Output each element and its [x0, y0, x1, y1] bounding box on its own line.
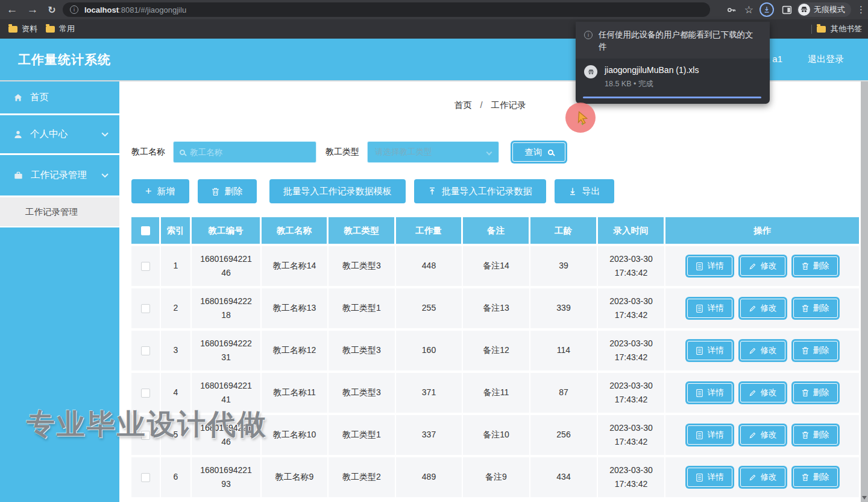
incognito-label: 无痕模式 [814, 4, 845, 15]
cell-staff-name: 教工名称14 [262, 246, 329, 286]
row-edit-button[interactable]: 修改 [740, 341, 785, 360]
row-checkbox[interactable] [141, 346, 150, 355]
cell-workload: 371 [396, 373, 463, 413]
cell-index: 2 [161, 288, 192, 328]
sidebar-item-personal-center[interactable]: 个人中心 [0, 115, 119, 155]
import-data-button[interactable]: 批量导入工作记录数据 [414, 179, 546, 203]
staff-name-label: 教工名称 [131, 147, 165, 157]
trash-icon [802, 389, 809, 397]
forward-icon[interactable]: → [24, 0, 41, 19]
side-panel-icon[interactable] [782, 2, 792, 17]
row-edit-button[interactable]: 修改 [740, 383, 785, 402]
row-detail-button[interactable]: 详情 [687, 341, 732, 360]
pencil-icon [749, 305, 756, 313]
row-edit-button[interactable]: 修改 [740, 256, 785, 276]
row-detail-button[interactable]: 详情 [687, 468, 732, 487]
watermark-text: 专业毕业设计代做 [27, 405, 268, 443]
row-delete-button[interactable]: 删除 [793, 299, 838, 318]
row-detail-button[interactable]: 详情 [687, 425, 732, 445]
url-text: localhost:8081/#/jiaogongjilu [84, 5, 186, 14]
bookmark-folder-changyong[interactable]: 常用 [46, 24, 75, 34]
staff-name-input[interactable] [190, 148, 310, 157]
chevron-down-icon [101, 171, 108, 177]
cell-index: 3 [161, 331, 192, 370]
download-icon [568, 187, 577, 195]
download-info-row: i 任何使用此设备的用户都能看到已下载的文件 [576, 22, 770, 59]
cell-staff-type: 教工类型3 [329, 373, 396, 413]
data-table: 索引 教工编号 教工名称 教工类型 工作量 备注 工龄 录入时间 操作 1168… [131, 217, 859, 497]
row-detail-button[interactable]: 详情 [687, 299, 732, 318]
screen: ← → ↻ i localhost:8081/#/jiaogongjilu ☆ … [0, 0, 868, 502]
col-header-index: 索引 [161, 217, 192, 244]
cell-staff-type: 教工类型3 [329, 331, 396, 370]
row-delete-button[interactable]: 删除 [793, 425, 838, 445]
downloads-icon[interactable] [760, 2, 774, 17]
document-icon [696, 304, 703, 313]
cell-seniority: 434 [530, 457, 598, 497]
row-edit-button[interactable]: 修改 [740, 425, 785, 445]
document-icon [696, 431, 703, 440]
download-file-row[interactable]: jiaogongjiluMuBan (1).xls 18.5 KB • 完成 [576, 59, 770, 89]
cell-remark: 备注14 [463, 246, 530, 286]
select-all-checkbox[interactable] [141, 226, 150, 235]
row-checkbox[interactable] [141, 473, 150, 482]
page-info-icon[interactable]: i [70, 5, 78, 14]
row-delete-button[interactable]: 删除 [793, 341, 838, 360]
import-template-button[interactable]: 批量导入工作记录数据模板 [269, 179, 406, 203]
row-detail-button[interactable]: 详情 [687, 256, 732, 276]
breadcrumb-current: 工作记录 [491, 100, 526, 110]
back-icon[interactable]: ← [4, 0, 20, 19]
bookmark-star-icon[interactable]: ☆ [744, 2, 753, 17]
delete-button[interactable]: 删除 [198, 179, 257, 203]
row-detail-button[interactable]: 详情 [687, 383, 732, 402]
staff-type-select[interactable]: 请选择教工类型 [367, 141, 499, 163]
other-bookmarks[interactable]: 其他书签 [811, 19, 862, 39]
cell-entry-time: 2023-03-30 17:43:42 [598, 246, 665, 286]
breadcrumb-home[interactable]: 首页 [454, 100, 471, 110]
sidebar-item-work-record-mgmt[interactable]: 工作记录管理 [0, 155, 119, 197]
cell-operations: 详情修改删除 [665, 415, 859, 455]
trash-icon [802, 262, 809, 270]
row-delete-button[interactable]: 删除 [793, 383, 838, 402]
scroll-down-arrow-icon[interactable] [862, 496, 867, 500]
page-scrollbar[interactable] [861, 81, 868, 502]
mouse-cursor-icon [574, 110, 590, 126]
row-checkbox[interactable] [141, 304, 150, 313]
address-bar[interactable]: i localhost:8081/#/jiaogongjilu [63, 2, 710, 17]
cell-entry-time: 2023-03-30 17:43:42 [598, 373, 665, 413]
cell-remark: 备注10 [463, 415, 530, 455]
bookmark-folder-ziliao[interactable]: 资料 [8, 24, 37, 34]
table-header-row: 索引 教工编号 教工名称 教工类型 工作量 备注 工龄 录入时间 操作 [131, 217, 859, 244]
cell-workload: 255 [396, 288, 463, 328]
cell-staff-type: 教工类型1 [329, 288, 396, 328]
cell-entry-time: 2023-03-30 17:43:42 [598, 331, 665, 370]
incognito-badge: 无痕模式 [797, 2, 851, 17]
incognito-icon [798, 4, 810, 16]
col-header-staff-no: 教工编号 [192, 217, 262, 244]
row-checkbox[interactable] [141, 262, 150, 271]
cell-index: 1 [161, 246, 192, 286]
cell-staff-no: 1680169422146 [192, 246, 262, 286]
pencil-icon [749, 474, 756, 481]
search-button[interactable]: 查询 [512, 142, 565, 162]
add-button[interactable]: + 新增 [131, 179, 189, 203]
sidebar-subitem-work-record-mgmt[interactable]: 工作记录管理 [0, 197, 119, 227]
row-delete-button[interactable]: 删除 [793, 468, 838, 487]
document-icon [696, 389, 703, 398]
search-icon [548, 150, 553, 155]
row-delete-button[interactable]: 删除 [793, 256, 838, 276]
row-edit-button[interactable]: 修改 [740, 468, 785, 487]
key-icon[interactable] [726, 2, 737, 17]
action-button-row: + 新增 删除 批量导入工作记录数据模板 批量导入工作记录数据 导出 [131, 179, 614, 203]
cell-seniority: 87 [530, 373, 598, 413]
menu-dots-icon[interactable]: ⋮ [857, 2, 866, 17]
staff-type-label: 教工类型 [326, 147, 359, 157]
reload-icon[interactable]: ↻ [43, 0, 60, 19]
logout-link[interactable]: 退出登录 [808, 54, 844, 65]
export-button[interactable]: 导出 [555, 179, 614, 203]
row-checkbox[interactable] [141, 389, 150, 398]
col-header-staff-name: 教工名称 [262, 217, 329, 244]
person-icon [13, 130, 23, 139]
sidebar-item-home[interactable]: 首页 [0, 81, 119, 115]
row-edit-button[interactable]: 修改 [740, 299, 785, 318]
